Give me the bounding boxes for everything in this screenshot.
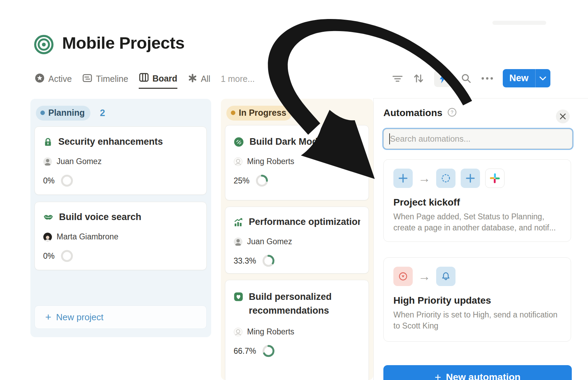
faded-toolbar-remnant <box>492 21 546 25</box>
project-card-performance-optimization[interactable]: Performance optimization Juan Gomez 33.3… <box>225 207 369 274</box>
tab-more[interactable]: 1 more... <box>221 69 255 89</box>
help-icon[interactable]: ? <box>447 107 457 118</box>
automation-title: Project kickoff <box>393 197 561 208</box>
status-pill-planning[interactable]: Planning <box>36 106 90 121</box>
progress-ring <box>60 249 74 263</box>
progress-ring <box>255 174 268 187</box>
project-card-build-voice-search[interactable]: Build voice search Marta Giambrone 0% <box>35 202 207 270</box>
progress-label: 33.3% <box>234 256 256 266</box>
new-button-label[interactable]: New <box>503 69 535 87</box>
tab-label: All <box>201 74 210 84</box>
lips-icon <box>43 213 53 221</box>
progress-label: 0% <box>43 251 55 261</box>
automation-bolt-icon <box>437 73 448 84</box>
automation-card-high-priority-updates[interactable]: → High Priority updates When Priority is… <box>383 257 571 342</box>
view-tabs: Active Timeline Board <box>35 69 255 89</box>
plus-icon: + <box>435 372 441 380</box>
card-title: Build voice search <box>59 212 141 222</box>
new-automation-label: New automation <box>446 372 520 380</box>
more-icon[interactable] <box>481 76 493 80</box>
plus-icon: + <box>45 312 51 322</box>
tab-active[interactable]: Active <box>35 69 72 89</box>
assignee-name: Ming Roberts <box>247 157 294 166</box>
automation-description: When Page added, Set Status to Planning,… <box>393 211 561 233</box>
page-title: Mobile Projects <box>62 33 185 53</box>
assignee-name: Juan Gomez <box>57 157 101 166</box>
avatar-marta-giambrone <box>43 232 52 241</box>
tab-label: Timeline <box>96 74 128 84</box>
project-card-build-dark-mode[interactable]: Build Dark Mode Ming Roberts 25% <box>225 125 369 200</box>
progress-label: 25% <box>234 176 249 186</box>
automations-title: Automations <box>383 107 442 118</box>
heart-icon <box>234 292 243 302</box>
search-automations-input[interactable] <box>383 129 572 149</box>
arrow-icon: → <box>418 269 431 284</box>
star-circle-icon <box>35 73 45 85</box>
avatar-juan-gomez <box>234 237 243 246</box>
card-title: Build Dark Mode <box>249 136 323 147</box>
tab-label: Board <box>153 74 177 84</box>
chevron-down-icon[interactable] <box>535 69 550 87</box>
target-icon <box>34 35 54 56</box>
new-automation-button[interactable]: + New automation <box>383 365 572 380</box>
avatar-ming-roberts <box>234 157 243 166</box>
card-title: Security enhancements <box>58 136 163 147</box>
progress-ring <box>60 174 74 187</box>
view-toolbar: New <box>392 68 550 88</box>
asterisk-icon <box>188 73 197 85</box>
plus-icon <box>461 169 480 188</box>
project-card-build-personalized-recommendations[interactable]: Build personalized recommendations Ming … <box>225 280 369 380</box>
automation-card-project-kickoff[interactable]: → Project kicko <box>383 159 571 242</box>
page: Mobile Projects Active Timeline Boar <box>0 0 588 380</box>
assignee-name: Marta Giambrone <box>57 232 118 241</box>
spinner-icon <box>436 169 455 188</box>
timeline-icon <box>82 73 92 85</box>
progress-label: 0% <box>43 176 55 186</box>
avatar-ming-roberts <box>234 327 243 336</box>
automations-panel: Automations ? → <box>373 98 588 380</box>
search-icon[interactable] <box>461 73 472 84</box>
column-planning: Planning 2 Security enhancements <box>30 99 211 337</box>
automation-title: High Priority updates <box>393 295 561 306</box>
tab-all[interactable]: All <box>188 69 210 89</box>
sort-icon[interactable] <box>412 73 425 84</box>
bell-icon <box>436 267 455 286</box>
arrow-icon: → <box>418 171 431 186</box>
progress-ring <box>262 344 275 358</box>
avatar-juan-gomez <box>43 157 52 166</box>
card-title: Build personalized recommendations <box>249 290 360 317</box>
tab-board[interactable]: Board <box>139 69 177 89</box>
lock-icon <box>43 137 53 147</box>
text-cursor <box>389 133 390 144</box>
slack-icon <box>485 169 504 188</box>
dark-mode-icon <box>234 137 244 147</box>
board-icon <box>139 72 149 85</box>
assignee-name: Ming Roberts <box>247 327 294 336</box>
project-card-security-enhancements[interactable]: Security enhancements Juan Gomez 0% <box>35 126 207 195</box>
new-project-button[interactable]: + New project <box>35 305 207 329</box>
automation-description: When Priority is set to High, send a not… <box>393 309 561 331</box>
filter-icon[interactable] <box>392 73 403 84</box>
chart-up-icon <box>234 217 243 227</box>
new-project-label: New project <box>56 312 104 323</box>
tab-timeline[interactable]: Timeline <box>82 69 128 89</box>
progress-label: 66.7% <box>234 346 256 356</box>
assignee-name: Juan Gomez <box>247 237 292 246</box>
close-icon[interactable] <box>556 110 570 123</box>
column-count: 2 <box>100 108 105 118</box>
automation-bolt-button[interactable] <box>434 70 451 87</box>
status-pill-in-progress[interactable]: In Progress <box>226 106 292 121</box>
status-dot <box>231 111 235 115</box>
tab-label: 1 more... <box>221 74 255 84</box>
priority-icon <box>393 267 413 286</box>
progress-ring <box>262 254 275 267</box>
plus-icon <box>393 169 413 188</box>
tab-label: Active <box>48 74 72 84</box>
card-title: Performance optimization <box>249 217 360 227</box>
new-button[interactable]: New <box>503 69 550 87</box>
column-in-progress: In Progress Build Dark Mode <box>221 99 373 380</box>
status-dot <box>40 111 45 115</box>
svg-text:?: ? <box>451 110 453 115</box>
